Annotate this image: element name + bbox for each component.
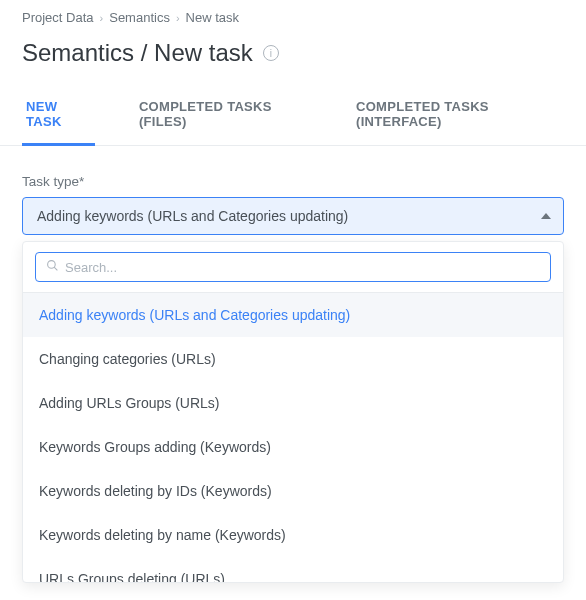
dropdown-options[interactable]: Adding keywords (URLs and Categories upd… xyxy=(23,292,563,582)
chevron-up-icon xyxy=(541,213,551,219)
page-title: Semantics / New task xyxy=(22,39,253,67)
dropdown-option[interactable]: Keywords deleting by name (Keywords) xyxy=(23,513,563,557)
search-icon xyxy=(46,259,59,275)
dropdown-option[interactable]: Changing categories (URLs) xyxy=(23,337,563,381)
page-title-row: Semantics / New task i xyxy=(0,33,586,87)
tab-completed-files[interactable]: COMPLETED TASKS (FILES) xyxy=(135,87,312,146)
dropdown-option[interactable]: Keywords deleting by IDs (Keywords) xyxy=(23,469,563,513)
breadcrumb: Project Data › Semantics › New task xyxy=(0,0,586,33)
dropdown-option[interactable]: URLs Groups deleting (URLs) xyxy=(23,557,563,582)
chevron-right-icon: › xyxy=(176,12,180,24)
breadcrumb-item: New task xyxy=(186,10,239,25)
chevron-right-icon: › xyxy=(100,12,104,24)
svg-line-1 xyxy=(54,267,57,270)
tab-new-task[interactable]: NEW TASK xyxy=(22,87,95,146)
dropdown-search-box[interactable] xyxy=(35,252,551,282)
info-icon[interactable]: i xyxy=(263,45,279,61)
dropdown-option[interactable]: Adding URLs Groups (URLs) xyxy=(23,381,563,425)
svg-point-0 xyxy=(48,261,56,269)
dropdown-search-wrap xyxy=(23,242,563,292)
dropdown-option[interactable]: Keywords Groups adding (Keywords) xyxy=(23,425,563,469)
breadcrumb-item[interactable]: Project Data xyxy=(22,10,94,25)
dropdown-option[interactable]: Adding keywords (URLs and Categories upd… xyxy=(23,293,563,337)
task-type-dropdown: Adding keywords (URLs and Categories upd… xyxy=(22,241,564,583)
dropdown-search-input[interactable] xyxy=(65,260,540,275)
task-type-label: Task type* xyxy=(22,174,564,189)
breadcrumb-item[interactable]: Semantics xyxy=(109,10,170,25)
tabs: NEW TASK COMPLETED TASKS (FILES) COMPLET… xyxy=(0,87,586,146)
task-type-selected-value: Adding keywords (URLs and Categories upd… xyxy=(37,208,348,224)
form-area: Task type* Adding keywords (URLs and Cat… xyxy=(0,146,586,583)
tab-completed-interface[interactable]: COMPLETED TASKS (INTERFACE) xyxy=(352,87,564,146)
task-type-select[interactable]: Adding keywords (URLs and Categories upd… xyxy=(22,197,564,235)
